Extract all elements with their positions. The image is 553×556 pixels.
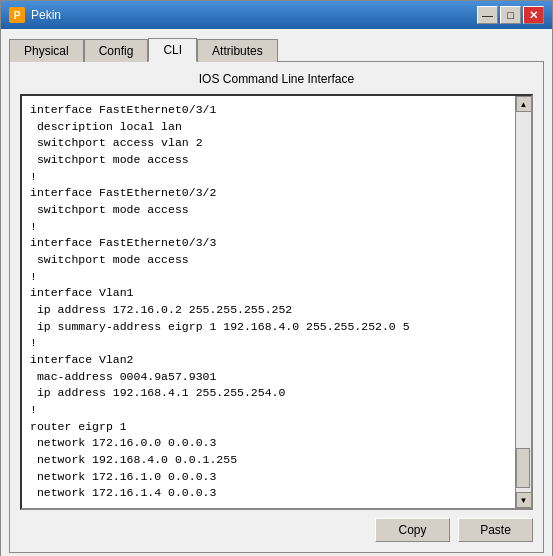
scroll-down-button[interactable]: ▼ [516,492,532,508]
tab-panel-cli: IOS Command Line Interface interface Fas… [9,61,544,553]
minimize-button[interactable]: — [477,6,498,24]
panel-title: IOS Command Line Interface [20,72,533,86]
button-row: Copy Paste [20,518,533,542]
app-icon: P [9,7,25,23]
scrollbar: ▲ ▼ [515,96,531,508]
tab-bar: Physical Config CLI Attributes [9,37,544,61]
tab-attributes[interactable]: Attributes [197,39,278,62]
maximize-button[interactable]: □ [500,6,521,24]
title-bar: P Pekin — □ ✕ [1,1,552,29]
content-area: Physical Config CLI Attributes IOS Comma… [1,29,552,556]
paste-button[interactable]: Paste [458,518,533,542]
tab-physical[interactable]: Physical [9,39,84,62]
tab-cli[interactable]: CLI [148,38,197,62]
scroll-track [516,112,531,492]
main-window: P Pekin — □ ✕ Physical Config CLI Attrib… [0,0,553,556]
copy-button[interactable]: Copy [375,518,450,542]
cli-output[interactable]: interface FastEthernet0/3/1 description … [22,96,515,508]
cli-output-container: interface FastEthernet0/3/1 description … [20,94,533,510]
tab-config[interactable]: Config [84,39,149,62]
close-button[interactable]: ✕ [523,6,544,24]
title-buttons: — □ ✕ [477,6,544,24]
window-title: Pekin [31,8,61,22]
scroll-thumb[interactable] [516,448,530,488]
title-bar-left: P Pekin [9,7,61,23]
scroll-up-button[interactable]: ▲ [516,96,532,112]
